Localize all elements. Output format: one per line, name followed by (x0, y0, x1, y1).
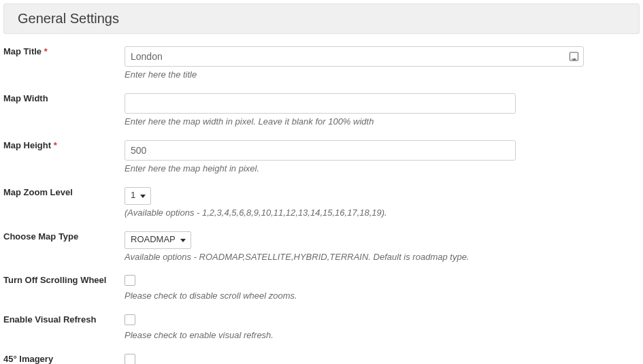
label-map-height: Map Height * (3, 140, 125, 152)
row-zoom-level: Map Zoom Level 1 (Available options - 1,… (3, 187, 640, 219)
row-map-width: Map Width Enter here the map width in pi… (3, 93, 640, 128)
label-zoom-level: Map Zoom Level (3, 187, 125, 199)
visual-refresh-checkbox[interactable] (125, 314, 135, 325)
zoom-level-value: 1 (131, 190, 135, 200)
required-mark: * (54, 140, 57, 150)
help-scroll-wheel: Please check to disable scroll wheel zoo… (125, 291, 587, 302)
row-map-type: Choose Map Type ROADMAP Available option… (3, 231, 640, 263)
map-type-value: ROADMAP (131, 234, 176, 244)
label-imagery-45: 45° Imagery (3, 354, 125, 364)
label-text: Map Height (3, 140, 51, 150)
scroll-wheel-checkbox[interactable] (125, 275, 135, 286)
help-visual-refresh: Please check to enable visual refresh. (125, 330, 587, 342)
row-map-height: Map Height * Enter here the map height i… (3, 140, 640, 175)
row-visual-refresh: Enable Visual Refresh Please check to en… (3, 314, 640, 342)
field-imagery-45: Apply 45° Imagery ? (only available for … (125, 354, 587, 364)
help-map-type: Available options - ROADMAP,SATELLITE,HY… (125, 252, 587, 263)
field-visual-refresh: Please check to enable visual refresh. (125, 314, 587, 342)
help-map-width: Enter here the map width in pixel. Leave… (125, 116, 587, 128)
help-zoom-level: (Available options - 1,2,3,4,5,6,8,9,10,… (125, 208, 587, 219)
row-map-title: Map Title * Enter here the title (3, 46, 640, 81)
input-wrap-map-title (125, 46, 584, 67)
autofill-icon (570, 52, 578, 61)
panel-title: General Settings (18, 11, 625, 27)
label-map-type: Choose Map Type (3, 231, 125, 243)
map-type-select[interactable]: ROADMAP (125, 231, 191, 249)
label-text: Map Title (3, 46, 42, 56)
field-map-type: ROADMAP Available options - ROADMAP,SATE… (125, 231, 587, 263)
field-zoom-level: 1 (Available options - 1,2,3,4,5,6,8,9,1… (125, 187, 587, 219)
map-width-input[interactable] (125, 93, 516, 114)
help-map-title: Enter here the title (125, 69, 587, 81)
zoom-level-select[interactable]: 1 (125, 187, 151, 205)
help-map-height: Enter here the map height in pixel. (125, 163, 587, 175)
row-scroll-wheel: Turn Off Scrolling Wheel Please check to… (3, 275, 640, 302)
label-scroll-wheel: Turn Off Scrolling Wheel (3, 275, 125, 286)
field-map-width: Enter here the map width in pixel. Leave… (125, 93, 587, 128)
label-visual-refresh: Enable Visual Refresh (3, 314, 125, 326)
field-map-title: Enter here the title (125, 46, 587, 81)
map-height-input[interactable] (125, 140, 516, 161)
field-map-height: Enter here the map height in pixel. (125, 140, 587, 175)
required-mark: * (44, 46, 48, 56)
label-map-title: Map Title * (3, 46, 125, 58)
label-map-width: Map Width (3, 93, 125, 105)
field-scroll-wheel: Please check to disable scroll wheel zoo… (125, 275, 587, 302)
row-imagery-45: 45° Imagery Apply 45° Imagery ? (only av… (3, 354, 640, 364)
map-title-input[interactable] (125, 46, 584, 67)
panel-header: General Settings (3, 3, 640, 34)
imagery-45-checkbox[interactable] (125, 354, 135, 364)
